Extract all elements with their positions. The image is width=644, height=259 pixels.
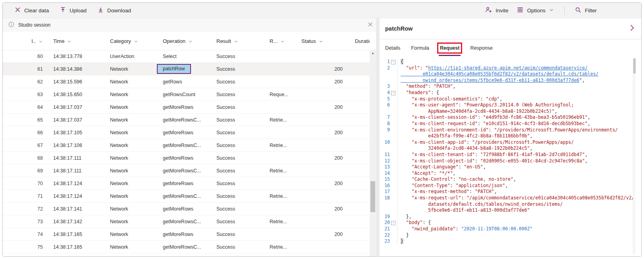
cell-result: Success [210,104,264,110]
table-row[interactable]: 6514:38:17.037NetworkgetMoreRowsC...Succ… [3,114,370,126]
invite-button[interactable]: Invite [485,6,508,14]
table-row[interactable]: 6714:38:17.106NetworkgetMoreRowsC...Succ… [3,139,370,152]
column-label: Status [301,38,316,44]
cell-result: Success [210,244,264,250]
code-text: "headers": { [397,90,439,96]
column-header-status[interactable]: Status [296,38,347,44]
cell-operation: getMoreRows [155,206,210,212]
table-row[interactable]: 7514:38:17.165NetworkgetMoreRowsC...Succ… [3,241,370,253]
table-row[interactable]: 7214:38:17.141NetworkgetMoreRowsSuccess2… [3,203,370,215]
cell-id: 64 [3,104,46,110]
cell-time: 14:38:17.111 [46,168,101,174]
line-number: 5 [380,96,390,102]
tab-request[interactable]: Request [440,39,459,57]
cell-id: 72 [3,206,46,212]
cell-time: 14:38:17.124 [46,193,101,199]
fold-collapse-icon[interactable]: - [390,90,397,96]
column-header-resultInfo[interactable]: R... [264,38,296,44]
line-number: 1 [380,59,390,65]
panel-divider [376,18,380,256]
upload-label: Upload [69,8,87,14]
download-button[interactable]: Download [98,7,131,14]
code-text: "x-ms-client-environment-id": "/provider… [397,127,618,139]
table-scrollbar-thumb[interactable] [370,181,375,212]
table-row[interactable]: 7114:38:17.124NetworkgetMoreRowsC...Succ… [3,190,370,203]
table-row[interactable]: 7314:38:17.142NetworkgetMoreRowsC...Succ… [3,215,370,228]
table-row[interactable]: 6214:38:15.596NetworkgetRowsSuccess200 [3,75,370,88]
expand-panel-chevron-icon[interactable] [629,24,635,33]
column-header-operation[interactable]: Operation [155,38,210,44]
close-session-icon[interactable] [368,22,373,27]
sort-chevron-icon [39,39,43,44]
gutter-spacer [390,65,397,84]
table-row[interactable]: 7014:38:17.124NetworkgetMoreRowsSuccess2… [3,177,370,190]
fold-collapse-icon[interactable]: - [390,220,397,226]
table-row[interactable]: 6914:38:17.111NetworkgetMoreRowsC...Succ… [3,164,370,177]
tab-response[interactable]: Response [470,39,492,57]
invite-person-icon [485,6,492,14]
column-header-category[interactable]: Category [101,38,155,44]
column-label: Duration ( [355,38,370,44]
table-row[interactable]: 6114:38:14.386NetworkpatchRowSuccess200 [3,63,370,75]
gutter-spacer [390,183,397,189]
table-row[interactable]: 6014:38:13.778UserActionSelectSuccess [3,50,370,63]
scroll-up-arrow-icon[interactable]: ▲ [370,50,376,56]
cell-result: Success [210,79,264,85]
line-number: 13 [380,164,390,170]
options-button[interactable]: Options [517,7,554,14]
line-number: 18 [380,195,390,214]
column-header-time[interactable]: Time [46,38,101,44]
code-scrollbar[interactable] [633,58,636,254]
line-number: 2 [380,65,390,84]
cell-operation: patchRow [155,64,210,74]
cell-status: 200 [296,206,347,212]
table-row[interactable]: 6614:38:17.105NetworkgetMoreRowsSuccess2… [3,126,370,139]
selected-operation-chip[interactable]: patchRow [157,64,191,74]
cell-status: 200 [296,104,347,110]
table-row[interactable]: 7414:38:17.165NetworkgetMoreRowsSuccess2… [3,228,370,241]
sort-chevron-icon [67,39,71,44]
cell-result: Success [210,155,264,161]
upload-icon [60,7,66,14]
gutter-spacer [390,232,397,239]
tab-details[interactable]: Details [385,39,400,57]
code-scrollbar-thumb[interactable] [633,58,636,73]
cell-category: Network [101,66,155,72]
table-row[interactable]: 6414:38:17.037NetworkgetMoreRowsSuccess2… [3,101,370,114]
code-line: 21 "nwind_paiddate": "2020-11-19T08:00:0… [380,226,641,232]
cell-time: 14:38:17.141 [46,206,101,212]
sort-chevron-icon [188,39,193,44]
sort-chevron-icon [234,39,238,44]
detail-title: patchRow [385,25,413,32]
url-link[interactable]: https://tip1-shared.azure-apim.net/apim/… [401,65,599,83]
cell-time: 14:38:17.124 [46,181,101,186]
column-header-id[interactable]: I.. [3,38,46,44]
tab-formula[interactable]: Formula [411,39,429,57]
code-line: 15 "Cache-Control": "no-cache, no-store"… [380,176,641,183]
table-scrollbar[interactable]: ▲ [370,50,376,256]
filter-button[interactable]: Filter [575,7,597,14]
upload-button[interactable]: Upload [60,7,87,14]
column-label: Operation [163,38,185,44]
cell-time: 14:38:17.165 [46,244,101,250]
table-row[interactable]: 6314:38:15.650NetworkgetRowsCountSuccess… [3,88,370,101]
code-text: }, [397,214,412,220]
cell-result: Success [210,168,264,174]
cell-id: 61 [3,66,46,72]
clear-data-button[interactable]: Clear data [15,7,49,14]
filter-label: Filter [585,8,597,14]
cell-category: UserAction [101,54,155,59]
fold-collapse-icon[interactable]: - [390,59,397,65]
column-header-result[interactable]: Result [210,38,264,44]
code-line: 18 "x-ms-request-url": "/apim/commondata… [380,195,641,214]
code-text: "body": { [397,220,431,226]
code-line: 12 "x-ms-client-object-id": "02d0905c-e0… [380,158,641,164]
cell-category: Network [101,92,155,97]
table-row[interactable]: 6814:38:17.111NetworkgetMoreRowsSuccess2… [3,152,370,164]
cell-resultInfo: Retrie... [264,168,296,174]
sort-chevron-icon [134,39,138,44]
cell-category: Network [101,206,155,212]
code-line: 20- "body": { [380,220,641,226]
line-number: 15 [380,176,390,183]
cell-category: Network [101,130,155,135]
